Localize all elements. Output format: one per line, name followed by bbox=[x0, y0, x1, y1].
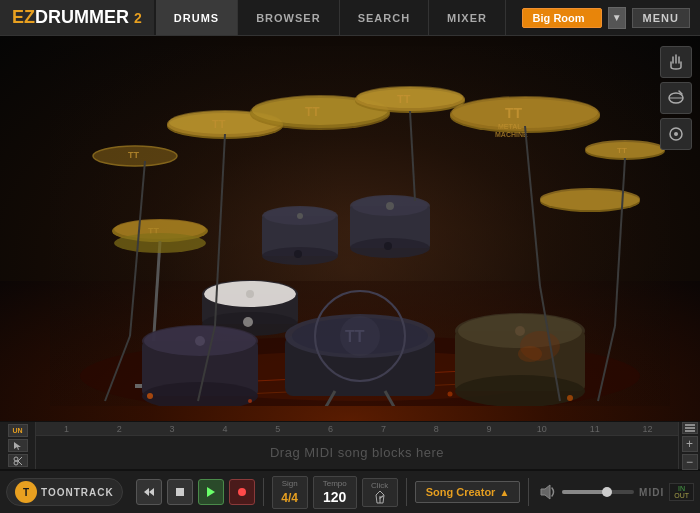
circle-icon bbox=[667, 125, 685, 143]
ruler-num-10: 10 bbox=[515, 424, 568, 434]
drag-zone[interactable]: Drag MIDI song blocks here bbox=[36, 436, 678, 469]
hand-icon-btn[interactable] bbox=[660, 46, 692, 78]
svg-point-97 bbox=[14, 461, 18, 465]
midi-slider[interactable] bbox=[562, 490, 634, 494]
svg-text:METAL: METAL bbox=[498, 123, 522, 130]
drum-area: TT TT TT TT TT TT METAL MACHINE TT bbox=[0, 36, 700, 421]
svg-marker-103 bbox=[144, 488, 149, 496]
svg-point-90 bbox=[567, 395, 573, 401]
drum-edit-btn[interactable] bbox=[660, 82, 692, 114]
tab-search[interactable]: SEARCH bbox=[340, 0, 429, 35]
svg-text:TT: TT bbox=[505, 105, 523, 121]
tab-drums[interactable]: DRUMS bbox=[156, 0, 238, 35]
circle-btn[interactable] bbox=[660, 118, 692, 150]
ruler-num-1: 1 bbox=[40, 424, 93, 434]
svg-point-71 bbox=[515, 326, 525, 336]
record-button[interactable] bbox=[229, 479, 255, 505]
logo-drummer: DRUMMER bbox=[35, 7, 129, 27]
ruler-num-6: 6 bbox=[304, 424, 357, 434]
svg-point-26 bbox=[452, 96, 598, 128]
select-icon bbox=[13, 441, 23, 451]
svg-text:TT: TT bbox=[128, 150, 139, 160]
volume-icon bbox=[537, 482, 557, 502]
song-creator-arrow: ▲ bbox=[499, 487, 509, 498]
record-icon bbox=[237, 487, 247, 497]
zoom-in-btn[interactable]: + bbox=[682, 436, 698, 452]
ruler-num-9: 9 bbox=[463, 424, 516, 434]
toontrack-circle: T bbox=[15, 481, 37, 503]
play-button[interactable] bbox=[198, 479, 224, 505]
stop-button[interactable] bbox=[167, 479, 193, 505]
svg-marker-104 bbox=[149, 488, 154, 496]
svg-point-96 bbox=[14, 457, 18, 461]
tempo-value: 120 bbox=[323, 489, 346, 505]
logo-area: EZDRUMMER 2 bbox=[0, 0, 154, 35]
timeline-right: + − bbox=[678, 422, 700, 469]
menu-button[interactable]: MENU bbox=[632, 8, 690, 28]
preset-name[interactable]: Big Room bbox=[522, 8, 602, 28]
svg-text:TT: TT bbox=[212, 118, 226, 130]
svg-point-47 bbox=[297, 213, 303, 219]
tab-mixer[interactable]: MIXER bbox=[429, 0, 506, 35]
logo-version: 2 bbox=[134, 10, 142, 26]
ruler-numbers: 1 2 3 4 5 6 7 8 9 10 11 12 bbox=[36, 422, 678, 436]
svg-point-87 bbox=[147, 393, 153, 399]
ruler-num-7: 7 bbox=[357, 424, 410, 434]
sign-value: 4/4 bbox=[281, 491, 298, 505]
midi-in-out: IN OUT bbox=[669, 483, 694, 501]
svg-point-88 bbox=[248, 399, 252, 403]
svg-point-86 bbox=[243, 317, 253, 327]
song-creator-button[interactable]: Song Creator ▲ bbox=[415, 481, 521, 503]
timeline-ruler: 1 2 3 4 5 6 7 8 9 10 11 12 Drag MIDI son… bbox=[36, 422, 678, 469]
svg-point-34 bbox=[540, 188, 640, 210]
separator-1 bbox=[263, 478, 264, 506]
preset-area: Big Room ▼ MENU bbox=[522, 7, 700, 29]
svg-point-67 bbox=[455, 375, 585, 406]
zoom-out-btn[interactable]: − bbox=[682, 454, 698, 470]
slider-track[interactable] bbox=[562, 490, 634, 494]
midi-in-label: IN bbox=[678, 485, 685, 492]
click-box[interactable]: Click bbox=[362, 478, 398, 507]
play-icon bbox=[205, 486, 217, 498]
sign-label: Sign bbox=[279, 479, 301, 488]
svg-point-84 bbox=[294, 250, 302, 258]
tempo-box[interactable]: Tempo 120 bbox=[313, 476, 357, 509]
select-tool[interactable] bbox=[8, 439, 28, 452]
tab-browser[interactable]: BROWSER bbox=[238, 0, 339, 35]
slider-thumb[interactable] bbox=[602, 487, 612, 497]
svg-point-57 bbox=[195, 336, 205, 346]
ruler-num-12: 12 bbox=[621, 424, 674, 434]
bottom-bar: T TOONTRACK Sign 4/4 Tempo 120 Click bbox=[0, 469, 700, 513]
midi-label: MIDI bbox=[639, 487, 664, 498]
svg-point-39 bbox=[246, 290, 254, 298]
song-creator-label: Song Creator bbox=[426, 486, 496, 498]
ruler-num-3: 3 bbox=[146, 424, 199, 434]
timeline-area: UN 1 2 3 4 5 6 7 8 9 10 11 bbox=[0, 421, 700, 469]
time-signature[interactable]: Sign 4/4 bbox=[272, 476, 308, 509]
slider-fill bbox=[562, 490, 605, 494]
svg-marker-106 bbox=[207, 487, 215, 497]
scissors-icon bbox=[13, 456, 23, 466]
rewind-button[interactable] bbox=[136, 479, 162, 505]
svg-point-52 bbox=[386, 202, 394, 210]
separator-3 bbox=[528, 478, 529, 506]
svg-point-85 bbox=[384, 242, 392, 250]
right-panel-icons bbox=[660, 46, 692, 150]
un-button[interactable]: UN bbox=[8, 424, 28, 437]
ruler-num-8: 8 bbox=[410, 424, 463, 434]
toontrack-logo[interactable]: T TOONTRACK bbox=[6, 478, 123, 506]
click-label: Click bbox=[371, 481, 388, 490]
cut-tool[interactable] bbox=[8, 454, 28, 467]
svg-text:TT: TT bbox=[305, 105, 320, 119]
top-bar: EZDRUMMER 2 DRUMS BROWSER SEARCH MIXER B… bbox=[0, 0, 700, 36]
svg-point-95 bbox=[674, 132, 678, 136]
hand-icon bbox=[667, 53, 685, 71]
timeline-menu-btn[interactable] bbox=[682, 422, 698, 434]
rewind-icon bbox=[143, 486, 155, 498]
nav-tabs: DRUMS BROWSER SEARCH MIXER bbox=[156, 0, 506, 35]
drum-edit-icon bbox=[667, 89, 685, 107]
preset-arrow[interactable]: ▼ bbox=[608, 7, 626, 29]
ruler-num-4: 4 bbox=[198, 424, 251, 434]
logo-ez: EZ bbox=[12, 7, 35, 27]
timeline-tools: UN bbox=[0, 422, 36, 469]
